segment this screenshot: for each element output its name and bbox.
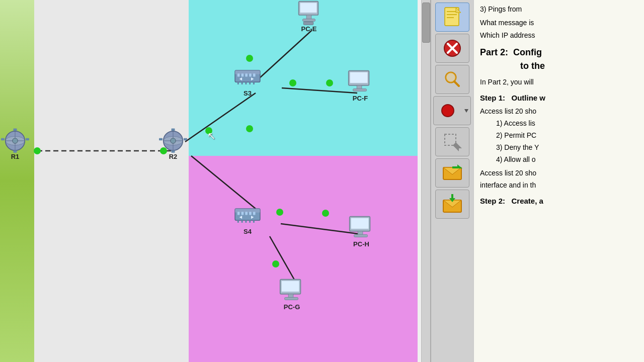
toolbar-inspect-button[interactable] bbox=[435, 65, 469, 94]
svg-rect-79 bbox=[354, 235, 368, 237]
item4-text: 4) Allow all o bbox=[496, 154, 638, 165]
toolbar-email-receive-button[interactable] bbox=[435, 190, 469, 219]
router-r2-icon bbox=[159, 129, 187, 153]
svg-rect-65 bbox=[306, 15, 311, 19]
step1-heading: Step 1: Outline w bbox=[480, 93, 638, 104]
svg-rect-24 bbox=[14, 129, 17, 131]
toolbar-email-send-button[interactable] bbox=[435, 158, 469, 188]
node-R2[interactable]: R2 bbox=[159, 129, 187, 160]
step1-text3: interface and in th bbox=[480, 180, 638, 191]
toolbar bbox=[430, 0, 473, 362]
node-s3-label: S3 bbox=[244, 89, 252, 97]
svg-rect-77 bbox=[351, 218, 369, 229]
svg-rect-58 bbox=[237, 220, 239, 223]
part2-intro-text: In Part 2, you will bbox=[480, 77, 638, 87]
node-S4[interactable]: S4 bbox=[233, 204, 262, 235]
green-strip bbox=[0, 0, 34, 362]
svg-rect-70 bbox=[357, 85, 362, 89]
pings-from-text: 3) Pings from bbox=[480, 4, 638, 15]
node-R1[interactable]: R1 bbox=[1, 129, 29, 160]
svg-rect-38 bbox=[242, 73, 244, 76]
record-dropdown-icon[interactable] bbox=[462, 108, 470, 114]
switch-s3-icon bbox=[233, 65, 262, 89]
svg-rect-39 bbox=[245, 73, 248, 76]
pc-h-icon bbox=[347, 216, 375, 240]
svg-rect-98 bbox=[452, 166, 459, 168]
node-s4-label: S4 bbox=[244, 228, 252, 235]
svg-marker-92 bbox=[464, 109, 468, 113]
svg-rect-61 bbox=[249, 220, 251, 223]
node-pch-label: PC-H bbox=[353, 240, 369, 248]
node-r1-label: R1 bbox=[11, 153, 20, 160]
what-message-text: What message is bbox=[480, 18, 638, 28]
node-r2-label: R2 bbox=[169, 153, 178, 160]
svg-rect-74 bbox=[288, 294, 293, 298]
svg-rect-93 bbox=[445, 134, 456, 145]
svg-marker-94 bbox=[453, 142, 462, 151]
pc-e-icon bbox=[295, 1, 323, 25]
svg-rect-75 bbox=[285, 298, 298, 300]
svg-rect-59 bbox=[242, 220, 243, 223]
node-pcg-label: PC-G bbox=[284, 303, 300, 311]
svg-rect-32 bbox=[184, 138, 187, 140]
svg-rect-53 bbox=[245, 212, 248, 215]
svg-rect-69 bbox=[350, 72, 368, 83]
svg-rect-44 bbox=[237, 82, 239, 84]
svg-rect-55 bbox=[253, 212, 256, 215]
pc-g-icon bbox=[278, 279, 306, 303]
svg-rect-45 bbox=[242, 82, 243, 84]
svg-rect-78 bbox=[358, 231, 363, 235]
svg-rect-62 bbox=[253, 220, 255, 223]
svg-rect-40 bbox=[249, 73, 252, 76]
svg-rect-48 bbox=[253, 82, 255, 84]
scrollbar[interactable] bbox=[421, 0, 430, 362]
scrollbar-thumb[interactable] bbox=[422, 3, 430, 43]
step2-heading: Step 2: Create, a bbox=[480, 196, 638, 207]
svg-rect-66 bbox=[302, 19, 315, 22]
svg-rect-23 bbox=[26, 138, 29, 140]
node-PCE[interactable]: PC-E bbox=[295, 1, 323, 33]
svg-rect-71 bbox=[353, 89, 367, 92]
step1-text2: Access list 20 sho bbox=[480, 168, 638, 178]
node-pce-label: PC-E bbox=[301, 25, 316, 33]
node-PCF[interactable]: PC-F bbox=[346, 70, 374, 102]
svg-rect-25 bbox=[14, 150, 17, 152]
svg-line-90 bbox=[454, 81, 459, 86]
router-r1-icon bbox=[1, 129, 29, 153]
node-PCH[interactable]: PC-H bbox=[347, 216, 375, 248]
item1-text: 1) Access lis bbox=[496, 118, 638, 129]
part2-subheading-text: to the bbox=[520, 61, 545, 71]
svg-rect-73 bbox=[282, 281, 299, 292]
node-pcf-label: PC-F bbox=[353, 95, 368, 102]
svg-point-30 bbox=[171, 138, 176, 144]
node-PCG[interactable]: PC-G bbox=[278, 279, 306, 311]
svg-rect-33 bbox=[172, 129, 175, 131]
svg-rect-51 bbox=[237, 212, 240, 215]
svg-rect-52 bbox=[242, 212, 244, 215]
svg-rect-60 bbox=[245, 220, 247, 223]
svg-point-21 bbox=[13, 138, 18, 144]
switch-s4-icon bbox=[233, 204, 262, 228]
part2-heading: Part 2: Config bbox=[480, 46, 638, 59]
svg-point-91 bbox=[442, 105, 454, 117]
svg-rect-34 bbox=[172, 150, 175, 152]
svg-rect-64 bbox=[300, 3, 317, 13]
svg-rect-22 bbox=[1, 138, 5, 140]
toolbar-note-button[interactable] bbox=[435, 3, 469, 32]
part2-heading-text: Part 2: Config bbox=[480, 47, 542, 57]
which-address-text: Which IP address bbox=[480, 30, 638, 41]
toolbar-select-button[interactable] bbox=[435, 127, 469, 156]
svg-rect-54 bbox=[249, 212, 252, 215]
toolbar-record-button[interactable] bbox=[433, 96, 471, 125]
network-panel: R1 R2 bbox=[0, 0, 430, 362]
part2-subheading: to the bbox=[520, 59, 638, 73]
svg-rect-47 bbox=[249, 82, 251, 84]
step1-text: Access list 20 sho bbox=[480, 106, 638, 117]
svg-rect-67 bbox=[303, 22, 313, 25]
toolbar-delete-button[interactable] bbox=[435, 34, 469, 63]
item2-text: 2) Permit PC bbox=[496, 130, 638, 141]
node-S3[interactable]: S3 bbox=[233, 65, 262, 97]
gray-area bbox=[34, 0, 189, 362]
svg-rect-46 bbox=[245, 82, 247, 84]
pink-subnet bbox=[189, 156, 418, 362]
